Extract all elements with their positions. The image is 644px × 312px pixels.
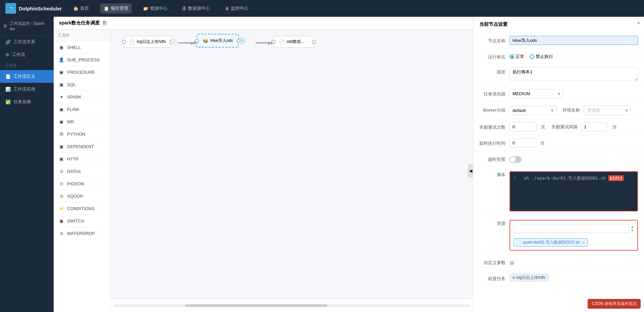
sidebar-item-definition[interactable]: 📄 工作流定义	[0, 70, 54, 83]
add-param-button[interactable]: ⊕	[509, 259, 515, 267]
dependent-label: DEPENDENT	[67, 144, 94, 149]
nav-home[interactable]: 🏠 首页	[70, 3, 92, 13]
priority-label: 任务优先级	[479, 89, 509, 97]
waterdrop-icon: ⊙	[58, 230, 64, 236]
relation-icon: 🔗	[5, 40, 11, 45]
script-variable: ${dt}	[608, 175, 624, 181]
sidebar-item-workflow[interactable]: ⚙ 工作流	[0, 48, 54, 61]
retry-interval-label: 失败重试间隔	[549, 124, 578, 130]
node-log-icon: 📄	[129, 39, 135, 45]
nav-resource[interactable]: 📁 资源中心	[140, 3, 171, 13]
shell-label: SHELL	[67, 45, 81, 50]
python-label: PYTHON	[67, 132, 85, 137]
tool-conditions[interactable]: ⚡ CONDITIONS	[54, 202, 110, 215]
definition-icon: 📄	[5, 74, 11, 79]
nav-monitor[interactable]: 🖥 监控中心	[221, 3, 252, 13]
copy-icon[interactable]: ⎘	[103, 20, 106, 26]
sqoop-label: SQOOP	[67, 194, 83, 199]
script-editor[interactable]: 1 sh ./spark-dw/01.导入数据到ODS.sh ${dt}	[509, 171, 638, 211]
task-instance-icon: ✅	[5, 100, 11, 105]
node-ods-port-left[interactable]	[272, 40, 276, 44]
flow-node-log[interactable]: 📄 log日志上传hdfs ✓	[124, 36, 171, 48]
form-row-priority: 任务优先级 MEDIUM	[473, 86, 644, 102]
main-layout: ⚙ 工作流监控 - Spark-dw 🔗 工作流关系 ⚙ 工作流 工作流 📄 工…	[0, 17, 644, 312]
tool-pigeon[interactable]: ⊙ PIGEON	[54, 178, 110, 190]
node-log-port-left[interactable]	[122, 40, 126, 44]
scrollbar-track[interactable]	[114, 304, 470, 307]
timeout-toggle[interactable]	[509, 156, 522, 163]
conditions-label: CONDITIONS	[67, 206, 95, 211]
run-flag-forbid[interactable]: 禁止执行	[530, 54, 553, 60]
retry-interval-input[interactable]	[581, 122, 608, 131]
resource-tag-close[interactable]: ×	[583, 240, 585, 245]
sidebar-item-instance[interactable]: 📊 工作流实例	[0, 83, 54, 96]
nav-datasource[interactable]: 🗄 数据源中心	[179, 3, 213, 13]
tool-subprocess[interactable]: 👤 SUB_PROCESS	[54, 54, 110, 66]
env-select[interactable]: 请选择	[584, 105, 631, 115]
tool-procedure[interactable]: ▣ PROCEDURE	[54, 66, 110, 78]
sidebar-item-task-instance[interactable]: ✅ 任务实例	[0, 96, 54, 108]
run-flag-normal[interactable]: 正常	[509, 54, 524, 60]
tool-datax[interactable]: ⊙ DATAX	[54, 165, 110, 178]
node-ods-icon: 📄	[279, 39, 284, 45]
task-instance-label: 任务实例	[13, 99, 31, 105]
tool-waterdrop[interactable]: ⊙ WATERDROP	[54, 227, 110, 240]
form-row-run-flag: 运行标志 正常 禁止执行	[473, 49, 644, 64]
script-linenum: 1	[514, 175, 520, 181]
resource-search-input[interactable]	[514, 224, 629, 233]
timeout-control	[509, 154, 638, 163]
tool-shell[interactable]: ▣ SHELL	[54, 41, 110, 54]
run-flag-radio-group: 正常 禁止执行	[509, 52, 638, 60]
tool-mr[interactable]: ▣ MR	[54, 116, 110, 128]
tool-python[interactable]: ⦿ PYTHON	[54, 128, 110, 140]
project-icon: 📋	[104, 6, 109, 11]
script-code: sh ./spark-dw/01.导入数据到ODS.sh ${dt}	[524, 175, 624, 181]
node-hive-refresh: ↻	[239, 38, 245, 44]
csdn-badge-text: CSDN @程序员成长指北	[592, 301, 637, 306]
sqoop-icon: ⊙	[58, 193, 64, 199]
datax-label: DATAX	[67, 169, 81, 174]
sidebar: ⚙ 工作流监控 - Spark-dw 🔗 工作流关系 ⚙ 工作流 工作流 📄 工…	[0, 17, 54, 312]
main-content: spark数仓任务调度 ⎘ 工具栏 ▣ SHELL 👤 SUB_PROCESS	[54, 17, 473, 312]
flow-node-ods[interactable]: 📄 ods数据...	[274, 36, 314, 48]
run-flag-control: 正常 禁止执行	[509, 52, 638, 60]
pre-task-row: log日志上传hdfs	[509, 274, 638, 282]
tool-dependent[interactable]: ▣ DEPENDENT	[54, 140, 110, 153]
scroll-top-button[interactable]: ▲	[636, 19, 641, 25]
retry-count-input[interactable]	[509, 122, 536, 131]
collapse-button[interactable]: ◀	[468, 164, 473, 178]
delay-input[interactable]	[509, 138, 536, 147]
sidebar-item-workflow-monitor[interactable]: ⚙ 工作流监控 - Spark-dw	[0, 17, 54, 36]
radio-forbid-dot	[530, 54, 534, 59]
tool-http[interactable]: ▣ HTTP	[54, 153, 110, 165]
retry-controls: 次 失败重试间隔 分	[509, 122, 638, 131]
workflow-icon: ⚙	[5, 52, 9, 57]
http-label: HTTP	[67, 157, 78, 162]
node-ods-port-right[interactable]	[312, 40, 316, 44]
resource-select-arrows[interactable]: ▲ ▼	[631, 225, 634, 232]
http-icon: ▣	[58, 156, 64, 162]
desc-input[interactable]: 执行脚本1	[509, 67, 638, 81]
canvas-area: 工具栏 ▣ SHELL 👤 SUB_PROCESS ▣ PROCEDURE ▣ …	[54, 30, 473, 312]
datax-icon: ⊙	[58, 168, 64, 174]
resource-tag-icon[interactable]: 📄	[517, 240, 521, 245]
nav-project[interactable]: 📋 项目管理	[100, 3, 131, 13]
resource-control: ▲ ▼ 📄 spark-dw/01.导入数据到ODS.sh ×	[509, 219, 638, 251]
script-control: 1 sh ./spark-dw/01.导入数据到ODS.sh ${dt}	[509, 170, 638, 211]
node-hive-port-left[interactable]	[195, 39, 199, 43]
scrollbar-thumb[interactable]	[185, 304, 327, 307]
pigeon-icon: ⊙	[58, 181, 64, 187]
shell-icon: ▣	[58, 44, 64, 50]
priority-select[interactable]: MEDIUM	[509, 89, 563, 98]
node-name-input[interactable]	[509, 36, 638, 45]
tool-flink[interactable]: ▣ FLINK	[54, 103, 110, 116]
tool-spark[interactable]: ✦ SPARK	[54, 91, 110, 103]
worker-env-controls: default 环境名称 请选择	[509, 105, 638, 115]
flow-node-hive[interactable]: 🐝 Hive导入ods ↻	[197, 34, 239, 48]
tool-sql[interactable]: ▣ SQL	[54, 78, 110, 91]
tool-switch[interactable]: ▣ SWITCH	[54, 215, 110, 227]
tool-sqoop[interactable]: ⊙ SQOOP	[54, 190, 110, 202]
flow-scrollbar[interactable]	[111, 299, 473, 312]
sidebar-item-relation[interactable]: 🔗 工作流关系	[0, 36, 54, 48]
worker-select[interactable]: default	[509, 106, 556, 115]
